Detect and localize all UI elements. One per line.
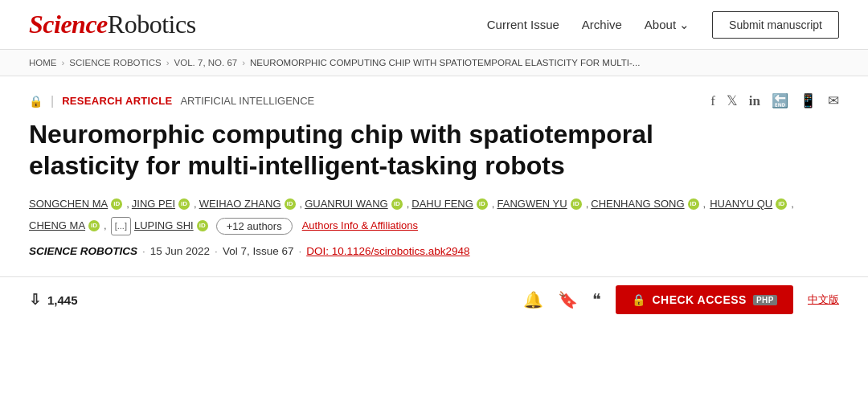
ellipsis-authors-button[interactable]: [...] xyxy=(111,217,131,235)
author-1[interactable]: SONGCHEN MA xyxy=(29,194,108,215)
breadcrumb: HOME › SCIENCE ROBOTICS › VOL. 7, NO. 67… xyxy=(0,50,868,76)
orcid-6[interactable]: iD xyxy=(571,198,582,210)
author-8[interactable]: HUANYU QU xyxy=(710,194,772,215)
logo-robotics: Robotics xyxy=(108,10,196,39)
facebook-icon[interactable]: f xyxy=(710,93,715,109)
article-type-label: RESEARCH ARTICLE xyxy=(62,95,172,107)
author-4[interactable]: GUANRUI WANG xyxy=(305,194,388,215)
orcid-4[interactable]: iD xyxy=(391,198,403,210)
orcid-3[interactable]: iD xyxy=(285,198,296,210)
doi-link[interactable]: DOI: 10.1126/scirobotics.abk2948 xyxy=(306,245,469,257)
bottom-bar: ⇩ 1,445 🔔 🔖 ❝ 🔒 CHECK ACCESS PHP 中文版 xyxy=(0,276,868,322)
orcid-5[interactable]: iD xyxy=(477,198,488,210)
author-3[interactable]: WEIHAO ZHANG xyxy=(199,194,281,215)
wechat-icon[interactable]: 📱 xyxy=(800,92,817,109)
cn-link[interactable]: 中文版 xyxy=(808,292,839,307)
check-access-button[interactable]: 🔒 CHECK ACCESS PHP xyxy=(616,285,793,314)
author-6[interactable]: FANGWEN YU xyxy=(497,194,567,215)
author-5[interactable]: DAHU FENG xyxy=(411,194,473,215)
orcid-10[interactable]: iD xyxy=(197,220,208,231)
orcid-8[interactable]: iD xyxy=(776,198,787,210)
logo: ScienceRobotics xyxy=(29,10,196,39)
author-7[interactable]: CHENHANG SONG xyxy=(591,194,684,215)
author-2[interactable]: JING PEI xyxy=(132,194,175,215)
author-10[interactable]: LUPING SHI xyxy=(134,216,194,236)
article-container: 🔒 | RESEARCH ARTICLE ARTIFICIAL INTELLIG… xyxy=(0,76,868,276)
nav-about-label: About xyxy=(645,18,676,31)
check-access-label: CHECK ACCESS xyxy=(652,293,747,306)
right-actions: 🔔 🔖 ❝ 🔒 CHECK ACCESS PHP 中文版 xyxy=(523,285,839,314)
notification-icon[interactable]: 🔔 xyxy=(523,290,543,309)
article-meta-top: 🔒 | RESEARCH ARTICLE ARTIFICIAL INTELLIG… xyxy=(29,92,839,109)
twitter-icon[interactable]: 𝕏 xyxy=(727,92,738,109)
nav-about[interactable]: About ⌄ xyxy=(645,18,690,32)
journal-name: SCIENCE ROBOTICS xyxy=(29,245,137,257)
breadcrumb-home[interactable]: HOME xyxy=(29,58,57,68)
breadcrumb-sep-1: › xyxy=(62,58,65,68)
nav-current-issue[interactable]: Current Issue xyxy=(487,18,559,31)
orcid-7[interactable]: iD xyxy=(688,198,699,210)
vol-issue: Vol 7, Issue 67 xyxy=(223,245,294,257)
nav-archive[interactable]: Archive xyxy=(582,18,622,31)
orcid-2[interactable]: iD xyxy=(178,198,190,210)
top-nav: Current Issue Archive About ⌄ Submit man… xyxy=(487,11,839,39)
downloads-count: 1,445 xyxy=(47,293,78,307)
lock-icon: 🔒 xyxy=(29,95,43,108)
breadcrumb-article: NEUROMORPHIC COMPUTING CHIP WITH SPATIOT… xyxy=(250,58,640,68)
orcid-1[interactable]: iD xyxy=(111,198,122,210)
divider: | xyxy=(51,94,54,108)
breadcrumb-sep-3: › xyxy=(242,58,245,68)
social-icons: f 𝕏 in 🔚 📱 ✉ xyxy=(710,92,839,109)
submit-manuscript-button[interactable]: Submit manuscript xyxy=(712,11,839,39)
php-badge: PHP xyxy=(753,295,777,305)
lock-access-icon: 🔒 xyxy=(632,293,646,306)
email-icon[interactable]: ✉ xyxy=(828,92,839,109)
orcid-9[interactable]: iD xyxy=(88,220,100,231)
authors-info-link[interactable]: Authors Info & Affiliations xyxy=(302,216,418,236)
breadcrumb-sep-2: › xyxy=(166,58,170,68)
download-icon: ⇩ xyxy=(29,291,41,309)
header: ScienceRobotics Current Issue Archive Ab… xyxy=(0,0,868,50)
quote-icon[interactable]: ❝ xyxy=(592,290,601,309)
bookmark-icon[interactable]: 🔖 xyxy=(558,290,578,309)
breadcrumb-vol[interactable]: VOL. 7, NO. 67 xyxy=(174,58,238,68)
reddit-icon[interactable]: 🔚 xyxy=(772,92,788,109)
article-type: 🔒 | RESEARCH ARTICLE ARTIFICIAL INTELLIG… xyxy=(29,94,314,108)
linkedin-icon[interactable]: in xyxy=(749,93,760,109)
publication-date: 15 Jun 2022 xyxy=(150,245,210,257)
breadcrumb-science-robotics[interactable]: SCIENCE ROBOTICS xyxy=(69,58,161,68)
journal-info: SCIENCE ROBOTICS · 15 Jun 2022 · Vol 7, … xyxy=(29,245,839,257)
more-authors-button[interactable]: +12 authors xyxy=(216,218,293,235)
author-9[interactable]: CHENG MA xyxy=(29,216,85,236)
article-category: ARTIFICIAL INTELLIGENCE xyxy=(180,95,314,107)
article-title: Neuromorphic computing chip with spatiot… xyxy=(29,119,688,182)
authors-list: SONGCHEN MA iD , JING PEI iD , WEIHAO ZH… xyxy=(29,194,839,235)
logo-science: Science xyxy=(29,10,108,39)
downloads-section: ⇩ 1,445 xyxy=(29,291,78,309)
chevron-down-icon: ⌄ xyxy=(679,18,690,32)
